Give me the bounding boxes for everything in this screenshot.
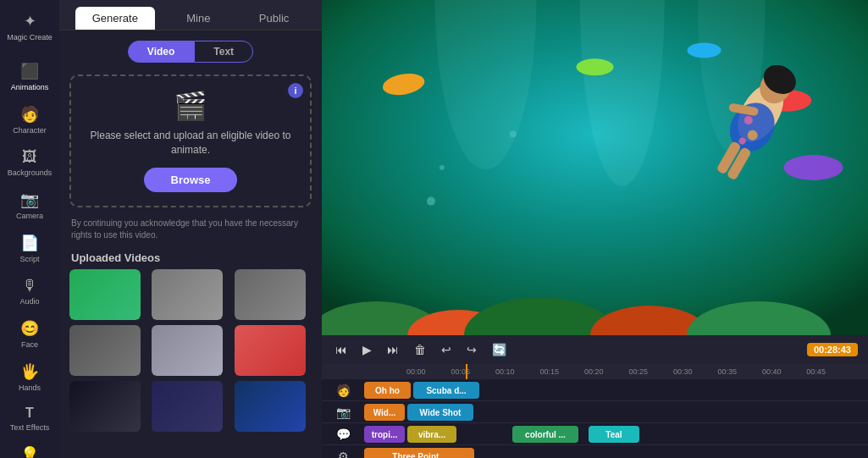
time-display: 00:28:43: [807, 343, 858, 356]
face-icon: 😊: [20, 319, 39, 338]
script-icon: 📄: [20, 234, 39, 252]
timeline-controls: ⏮ ▶ ⏭ 🗑 ↩ ↪ 🔄 00:28:43: [322, 335, 868, 364]
clip-wide-shot[interactable]: Wide Shot: [407, 404, 473, 421]
info-icon: i: [288, 83, 303, 98]
tab-public[interactable]: Public: [242, 7, 306, 30]
clip-scuba[interactable]: Scuba d...: [413, 382, 479, 399]
clip-tropi[interactable]: tropi...: [364, 426, 405, 443]
browse-button[interactable]: Browse: [144, 168, 238, 192]
track-icon-motion: ⚙: [322, 450, 364, 459]
light-filters-icon: 💡: [20, 445, 39, 458]
video-thumb-2[interactable]: [152, 269, 223, 320]
track-row-character: 🧑 Oh ho Scuba d...: [322, 379, 868, 401]
uploaded-videos-label: Uploaded Videos: [71, 251, 310, 264]
clip-oh-ho[interactable]: Oh ho: [364, 382, 411, 399]
camera-icon: 📷: [20, 190, 39, 209]
sidebar-item-character[interactable]: 🧑 Character: [3, 100, 57, 140]
tab-mine[interactable]: Mine: [169, 7, 227, 30]
timeline-ruler: 00:00 00:05 00:10 00:15 00:20 00:25 00:3…: [322, 364, 868, 379]
track-content-character: Oh ho Scuba d...: [364, 379, 868, 400]
video-canvas: [322, 0, 868, 335]
video-thumb-4[interactable]: [69, 325, 141, 376]
clip-teal[interactable]: Teal: [589, 426, 639, 443]
ruler-marks: 00:00 00:05 00:10 00:15 00:20 00:25 00:3…: [364, 367, 868, 376]
sidebar-item-hands[interactable]: 🖐 Hands: [3, 357, 57, 397]
upload-area: i 🎬 Please select and upload an eligible…: [69, 74, 312, 207]
delete-button[interactable]: 🗑: [411, 341, 429, 358]
playhead: [466, 364, 467, 379]
video-text-toggle: Video Text: [128, 41, 253, 63]
magic-create-icon: ✦: [24, 12, 36, 30]
track-icon-camera: 📷: [322, 406, 364, 419]
video-thumb-9[interactable]: [235, 381, 306, 432]
video-thumb-5[interactable]: [152, 325, 223, 376]
sidebar-item-text-effects[interactable]: T Text Effects: [3, 400, 57, 437]
video-grid: [69, 269, 312, 432]
sidebar-item-light-filters[interactable]: 💡 Light Filters: [3, 440, 57, 458]
track-content-camera: Wid... Wide Shot: [364, 401, 868, 422]
clip-three-point[interactable]: Three Point...: [364, 448, 474, 458]
sidebar-item-audio[interactable]: 🎙 Audio: [3, 272, 57, 311]
undo-button[interactable]: ↩: [438, 341, 455, 358]
play-button[interactable]: ▶: [359, 341, 375, 358]
track-row-motion: ⚙ Three Point...: [322, 445, 868, 458]
text-effects-icon: T: [25, 406, 34, 421]
redo-button[interactable]: ↪: [463, 341, 480, 358]
backgrounds-icon: 🖼: [22, 148, 37, 166]
upload-instruction: Please select and upload an eligible vid…: [85, 129, 296, 157]
track-icon-caption: 💬: [322, 428, 364, 441]
sidebar-item-animations[interactable]: ⬛ Animations: [3, 57, 57, 97]
svg-point-13: [784, 155, 843, 180]
hands-icon: 🖐: [20, 362, 39, 381]
audio-icon: 🎙: [22, 277, 37, 295]
sidebar: ✦ Magic Create ⬛ Animations 🧑 Character …: [0, 0, 59, 458]
tab-generate[interactable]: Generate: [75, 7, 155, 30]
sidebar-item-face[interactable]: 😊 Face: [3, 314, 57, 354]
sidebar-item-magic-create[interactable]: ✦ Magic Create: [3, 7, 57, 47]
track-row-camera: 📷 Wid... Wide Shot: [322, 401, 868, 423]
toggle-text-btn[interactable]: Text: [194, 41, 253, 63]
track-content-motion: Three Point...: [364, 445, 868, 458]
sidebar-item-backgrounds[interactable]: 🖼 Backgrounds: [3, 143, 57, 182]
sidebar-item-script[interactable]: 📄 Script: [3, 229, 57, 268]
sidebar-item-camera[interactable]: 📷 Camera: [3, 185, 57, 225]
video-thumb-1[interactable]: [69, 269, 141, 320]
animations-icon: ⬛: [20, 62, 39, 80]
skip-to-end-button[interactable]: ⏭: [384, 341, 402, 358]
track-row-caption: 💬 tropi... vibra... colorful ... Teal: [322, 423, 868, 445]
svg-point-14: [427, 197, 435, 206]
timeline: ⏮ ▶ ⏭ 🗑 ↩ ↪ 🔄 00:28:43 00:00 00:05 00:10…: [322, 335, 868, 458]
rights-text: By continuing you acknowledge that you h…: [71, 218, 310, 241]
svg-point-16: [510, 130, 517, 137]
panel: Generate Mine Public Video Text i 🎬 Plea…: [59, 0, 322, 458]
video-thumb-8[interactable]: [152, 381, 223, 432]
clip-vibra[interactable]: vibra...: [407, 426, 456, 443]
svg-point-12: [577, 58, 614, 75]
track-content-caption: tropi... vibra... colorful ... Teal: [364, 423, 868, 444]
video-thumb-3[interactable]: [235, 269, 306, 320]
svg-point-15: [440, 165, 445, 170]
svg-point-10: [688, 42, 721, 58]
film-icon: 🎬: [174, 90, 207, 122]
refresh-button[interactable]: 🔄: [489, 341, 510, 358]
track-icon-character: 🧑: [322, 384, 364, 397]
clip-colorful[interactable]: colorful ...: [512, 426, 578, 443]
clip-wid[interactable]: Wid...: [364, 404, 405, 421]
video-thumb-7[interactable]: [69, 381, 141, 432]
track-area: 🧑 Oh ho Scuba d... 📷 Wid... Wide Shot 💬 …: [322, 379, 868, 458]
character-icon: 🧑: [20, 105, 39, 124]
main-area: ⏮ ▶ ⏭ 🗑 ↩ ↪ 🔄 00:28:43 00:00 00:05 00:10…: [322, 0, 868, 458]
skip-to-start-button[interactable]: ⏮: [332, 341, 351, 358]
video-thumb-6[interactable]: [235, 325, 306, 376]
panel-tabs: Generate Mine Public: [59, 0, 322, 30]
toggle-video-btn[interactable]: Video: [128, 41, 194, 63]
